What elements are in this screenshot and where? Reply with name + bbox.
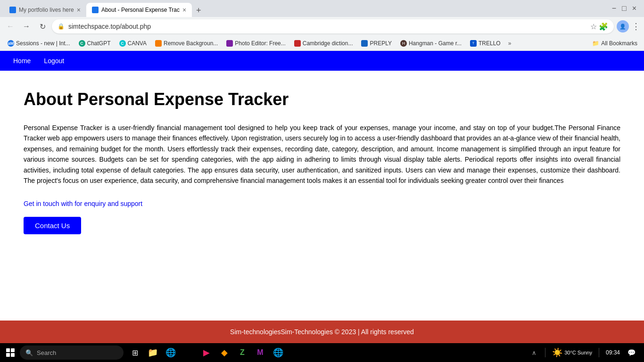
taskbar-file-explorer[interactable]: 📁 (144, 344, 161, 361)
taskbar-clock[interactable]: 09:34 (603, 348, 623, 358)
tab-portfolio[interactable]: My portfolio lives here × (4, 3, 86, 17)
bookmark-removebg-icon (155, 40, 162, 47)
bookmark-cambridge[interactable]: Cambridge diction... (290, 39, 357, 48)
lock-icon: 🔒 (58, 23, 65, 30)
bookmarks-folder-icon: 📁 (592, 40, 599, 47)
taskbar-chrome[interactable]: ◉ (180, 344, 197, 361)
tab-portfolio-title: My portfolio lives here (19, 7, 74, 13)
bookmark-photoeditor[interactable]: Photo Editor: Free... (223, 39, 289, 48)
taskbar-apps: ⊞ 📁 🌐 ◉ ▶ ◆ Z M 🌐 (126, 344, 287, 361)
bookmarks-right: 📁 All Bookmarks (589, 39, 640, 48)
search-icon: 🔍 (25, 349, 33, 356)
bookmark-sessions-icon: aM (8, 40, 14, 47)
file-explorer-icon: 📁 (148, 347, 158, 358)
extensions-icon[interactable]: 🧩 (599, 22, 608, 31)
footer-text: Sim-technologiesSim-Technologies © 2023 … (230, 328, 414, 336)
taskbar-divider (545, 348, 545, 357)
app5-icon: ▶ (203, 347, 210, 358)
address-actions: ☆ 🧩 (590, 22, 608, 31)
app7-icon: Z (240, 348, 245, 357)
taskbar-app5[interactable]: ▶ (198, 344, 215, 361)
bookmark-removebg-label: Remove Backgroun... (164, 40, 218, 47)
all-bookmarks-label: All Bookmarks (601, 40, 637, 47)
menu-button[interactable]: ⋮ (632, 21, 640, 32)
chrome-icon: ◉ (185, 347, 192, 358)
bookmark-photoeditor-label: Photo Editor: Free... (235, 40, 285, 47)
bookmark-chatgpt[interactable]: C ChatGPT (75, 39, 115, 48)
new-tab-button[interactable]: + (192, 4, 205, 17)
bookmark-star-icon[interactable]: ☆ (590, 22, 597, 31)
tab-about[interactable]: About - Personal Expense Trac × (86, 3, 192, 17)
nav-home[interactable]: Home (8, 53, 36, 68)
bookmark-cambridge-icon (294, 40, 301, 47)
app6-icon: ◆ (221, 347, 228, 358)
tab-about-close[interactable]: × (182, 7, 186, 13)
taskbar-notification[interactable]: 💬 (625, 348, 638, 357)
all-bookmarks-button[interactable]: 📁 All Bookmarks (589, 39, 640, 48)
main-area: About Personal Expense Tracker Personal … (0, 71, 644, 321)
title-bar: My portfolio lives here × About - Person… (0, 0, 644, 17)
task-view-icon: ⊞ (132, 348, 138, 357)
taskbar-search[interactable]: 🔍 Search (20, 346, 124, 360)
up-arrow-icon: ∧ (530, 347, 538, 358)
bookmark-removebg[interactable]: Remove Backgroun... (151, 39, 222, 48)
bookmark-preply-icon (361, 40, 368, 47)
bookmark-trello[interactable]: T TRELLO (466, 39, 504, 48)
bookmarks-bar: aM Sessions - new | Int... C ChatGPT C C… (0, 36, 644, 51)
bookmark-trello-icon: T (470, 40, 477, 47)
close-button[interactable]: × (632, 4, 636, 13)
tab-portfolio-favicon (9, 7, 16, 13)
taskbar-app6[interactable]: ◆ (216, 344, 233, 361)
bookmark-canva-icon: C (119, 40, 126, 47)
nav-logout[interactable]: Logout (38, 53, 70, 68)
forward-button[interactable]: → (20, 20, 33, 33)
address-bar-row: ← → ↻ 🔒 simtechspace.top/about.php ☆ 🧩 👤… (0, 17, 644, 36)
taskbar-app9[interactable]: 🌐 (270, 344, 287, 361)
start-icon (6, 348, 15, 357)
bookmark-photoeditor-icon (226, 40, 233, 47)
search-placeholder: Search (37, 349, 56, 356)
contact-us-button[interactable]: Contact Us (24, 217, 81, 234)
tab-about-favicon (92, 7, 99, 13)
app9-icon: 🌐 (273, 347, 283, 358)
tab-about-title: About - Personal Expense Trac (101, 7, 180, 13)
about-text: Personal Expense Tracker is a user-frien… (24, 123, 620, 186)
taskbar-task-view[interactable]: ⊞ (126, 344, 143, 361)
tab-portfolio-close[interactable]: × (77, 7, 81, 13)
bookmark-chatgpt-label: ChatGPT (87, 40, 111, 47)
bookmark-chatgpt-icon: C (79, 40, 85, 47)
taskbar-divider2 (599, 348, 599, 357)
profile-button[interactable]: 👤 (617, 20, 629, 33)
address-bar-content: 🔒 simtechspace.top/about.php (58, 23, 586, 30)
refresh-button[interactable]: ↻ (36, 20, 49, 33)
bookmark-preply[interactable]: PREPLY (357, 39, 395, 48)
bookmark-hangman-icon: H (400, 40, 407, 47)
enquiry-text: Get in touch with for enquiry and suppor… (24, 200, 620, 207)
clock-display: 09:34 (606, 349, 620, 357)
bookmark-canva-label: CANVA (128, 40, 147, 47)
bookmarks-more-button[interactable]: » (505, 39, 514, 48)
taskbar-app7[interactable]: Z (234, 344, 251, 361)
sun-icon: ☀️ (552, 347, 562, 358)
taskbar-system-icons[interactable]: ∧ (527, 346, 541, 359)
window-controls: − □ × (608, 4, 640, 13)
bookmark-sessions[interactable]: aM Sessions - new | Int... (4, 39, 74, 48)
back-button[interactable]: ← (4, 20, 17, 33)
weather-text: 30°C Sunny (564, 350, 592, 355)
taskbar-edge[interactable]: 🌐 (162, 344, 179, 361)
bookmark-hangman[interactable]: H Hangman - Game r... (396, 39, 465, 48)
taskbar-weather[interactable]: ☀️ 30°C Sunny (549, 346, 595, 359)
time-display: 09:34 (606, 349, 620, 357)
bookmark-canva[interactable]: C CANVA (116, 39, 150, 48)
taskbar-app8[interactable]: M (252, 344, 269, 361)
minimize-button[interactable]: − (612, 4, 616, 13)
maximize-button[interactable]: □ (622, 4, 627, 13)
start-button[interactable] (2, 344, 19, 361)
address-bar[interactable]: 🔒 simtechspace.top/about.php ☆ 🧩 (52, 19, 614, 33)
site-nav: Home Logout (0, 51, 644, 71)
site-footer: Sim-technologiesSim-Technologies © 2023 … (0, 321, 644, 343)
tab-bar: My portfolio lives here × About - Person… (4, 0, 606, 17)
bookmark-cambridge-label: Cambridge diction... (303, 40, 353, 47)
taskbar-right: ∧ ☀️ 30°C Sunny 09:34 💬 (527, 346, 642, 359)
taskbar: 🔍 Search ⊞ 📁 🌐 ◉ ▶ ◆ Z (0, 343, 644, 362)
